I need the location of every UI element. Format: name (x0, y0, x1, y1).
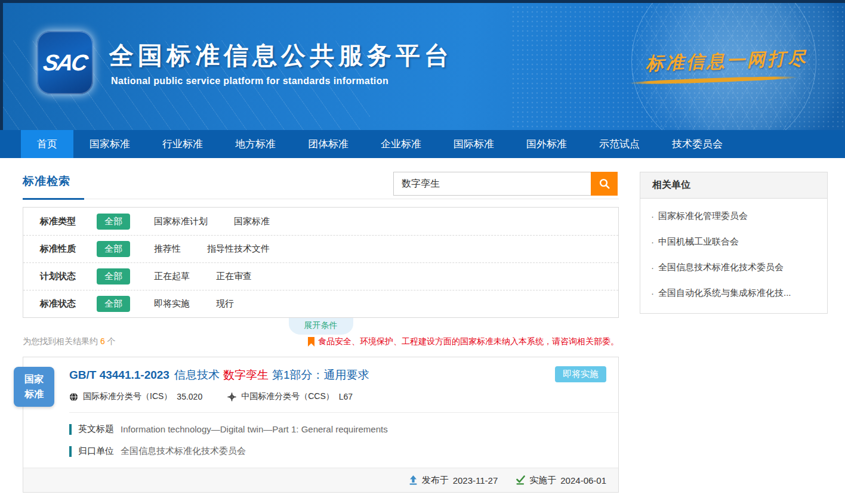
compass-icon (227, 392, 236, 401)
filter-label: 计划状态 (40, 271, 97, 282)
classification-row: 国际标准分类号（ICS） 35.020 中国标准分类号（CCS） L6 (69, 391, 606, 402)
nav-item-foreign-standards[interactable]: 国外标准 (510, 130, 583, 158)
sac-logo-text: SAC (42, 50, 89, 76)
ccs-value: L67 (339, 392, 353, 401)
filter-row-standard-status: 标准状态 全部 即将实施 现行 (23, 290, 618, 317)
card-body: GB/T 43441.1-2023信息技术数字孪生第1部分：通用要求 即将实施 … (23, 357, 618, 403)
detail-value: Information technology—Digital twin—Part… (121, 424, 388, 434)
filter-all-badge[interactable]: 全部 (97, 268, 130, 285)
sidebar-title: 相关单位 (640, 172, 827, 199)
expand-conditions-button[interactable]: 展开条件 (289, 318, 353, 335)
search-icon (599, 178, 610, 190)
main-column: 标准检索 标准类型 全部 国家标准计划 国家标准 (23, 172, 619, 493)
sidebar-item-it-standardization-committee[interactable]: 全国信息技术标准化技术委员会 (640, 255, 827, 280)
nav-item-technical-committee[interactable]: 技术委员会 (656, 130, 739, 158)
implemented-label: 实施于 (529, 475, 556, 486)
nav-item-industry-standards[interactable]: 行业标准 (146, 130, 219, 158)
filter-option[interactable]: 即将实施 (154, 298, 190, 310)
filter-row-standard-type: 标准类型 全部 国家标准计划 国家标准 (23, 208, 618, 235)
nav-item-local-standards[interactable]: 地方标准 (219, 130, 292, 158)
sidebar-list: 国家标准化管理委员会 中国机械工业联合会 全国信息技术标准化技术委员会 全国自动… (640, 199, 827, 313)
nav-item-national-standards[interactable]: 国家标准 (73, 130, 146, 158)
standard-result-card: 国家 标准 GB/T 43441.1-2023信息技术数字孪生第1部分：通用要求… (23, 357, 619, 493)
status-badge: 即将实施 (555, 366, 606, 382)
results-count-suffix: 个 (107, 336, 116, 346)
filter-all-badge[interactable]: 全部 (97, 241, 130, 257)
standard-code[interactable]: GB/T 43441.1-2023 (69, 369, 169, 381)
results-summary-row: 为您找到相关结果约6个 食品安全、环境保护、工程建设方面的国家标准未纳入本系统，… (23, 336, 619, 347)
filter-panel: 标准类型 全部 国家标准计划 国家标准 标准性质 全部 推荐性 指导性技术文件 … (23, 207, 619, 318)
notice-text: 食品安全、环境保护、工程建设方面的国家标准未纳入本系统，请咨询相关部委。 (318, 336, 619, 347)
sidebar-item-machinery-federation[interactable]: 中国机械工业联合会 (640, 229, 827, 255)
standard-title-highlight[interactable]: 数字孪生 (223, 369, 269, 381)
english-title-row: 英文标题 Information technology—Digital twin… (69, 423, 618, 435)
sac-logo: SAC (37, 31, 93, 94)
bookmark-icon (308, 337, 314, 347)
filter-option[interactable]: 推荐性 (154, 243, 181, 255)
nav-item-enterprise-standards[interactable]: 企业标准 (365, 130, 437, 158)
filter-row-standard-nature: 标准性质 全部 推荐性 指导性技术文件 (23, 235, 618, 262)
sidebar-item-sac[interactable]: 国家标准化管理委员会 (640, 203, 827, 229)
filter-option[interactable]: 现行 (216, 298, 234, 310)
filter-all-badge[interactable]: 全部 (97, 214, 130, 230)
detail-label: 归口单位 (78, 446, 114, 457)
implemented-date-item: 实施于 2024-06-01 (516, 475, 606, 486)
filter-row-plan-status: 计划状态 全部 正在起草 正在审查 (23, 262, 618, 290)
system-notice: 食品安全、环境保护、工程建设方面的国家标准未纳入本系统，请咨询相关部委。 (308, 336, 619, 347)
ccs-label: 中国标准分类号（CCS） (241, 391, 334, 402)
card-divider (69, 412, 618, 413)
content-area: 标准检索 标准类型 全部 国家标准计划 国家标准 (0, 158, 845, 493)
ccs-classification: 中国标准分类号（CCS） L67 (227, 391, 353, 402)
active-tab-underline (23, 198, 84, 200)
section-title-standard-search: 标准检索 (23, 174, 70, 189)
related-organizations-box: 相关单位 国家标准化管理委员会 中国机械工业联合会 全国信息技术标准化技术委员会… (640, 172, 828, 314)
main-nav: 首页 国家标准 行业标准 地方标准 团体标准 企业标准 国际标准 国外标准 示范… (0, 130, 845, 158)
nav-item-group-standards[interactable]: 团体标准 (292, 130, 365, 158)
standard-title-rest[interactable]: 第1部分：通用要求 (272, 369, 369, 381)
published-date-item: 发布于 2023-11-27 (409, 475, 498, 486)
publish-icon (409, 475, 418, 485)
implemented-date: 2024-06-01 (560, 475, 606, 486)
committee-row: 归口单位 全国信息技术标准化技术委员会 (69, 446, 618, 457)
results-count-prefix: 为您找到相关结果约 (23, 336, 98, 346)
ics-label: 国际标准分类号（ICS） (83, 391, 172, 402)
filter-label: 标准性质 (40, 243, 97, 255)
search-input[interactable] (393, 172, 591, 196)
detail-value: 全国信息技术标准化技术委员会 (121, 446, 246, 457)
search-button[interactable] (591, 172, 618, 196)
teal-bar-decoration (69, 424, 72, 435)
filter-option[interactable]: 正在审查 (216, 271, 252, 282)
header-left-edge (0, 0, 3, 130)
expand-conditions-wrap: 展开条件 (23, 318, 619, 333)
sidebar-item-automation-systems-committee[interactable]: 全国自动化系统与集成标准化技... (640, 280, 827, 306)
filter-label: 标准状态 (40, 298, 97, 310)
standard-title-link[interactable]: GB/T 43441.1-2023信息技术数字孪生第1部分：通用要求 (69, 367, 606, 383)
nav-item-pilot[interactable]: 示范试点 (583, 130, 656, 158)
search-bar (393, 172, 618, 196)
search-section-header: 标准检索 (23, 172, 619, 199)
site-title-english: National public service platform for sta… (111, 76, 388, 86)
detail-label: 英文标题 (78, 423, 114, 435)
standard-title-part[interactable]: 信息技术 (174, 369, 220, 381)
nav-item-international-standards[interactable]: 国际标准 (437, 130, 510, 158)
nav-item-home[interactable]: 首页 (21, 130, 73, 158)
published-label: 发布于 (422, 475, 449, 486)
card-footer: 发布于 2023-11-27 实施于 2024-06-01 (23, 468, 618, 492)
check-icon (516, 475, 525, 485)
teal-bar-decoration (69, 446, 72, 457)
filter-option[interactable]: 正在起草 (154, 271, 190, 282)
filter-label: 标准类型 (40, 216, 97, 227)
results-count: 为您找到相关结果约6个 (23, 336, 116, 347)
filter-option[interactable]: 国家标准计划 (154, 216, 208, 227)
header-top-edge (0, 0, 845, 3)
ics-value: 35.020 (177, 392, 202, 401)
filter-option[interactable]: 指导性技术文件 (207, 243, 270, 255)
site-title-chinese: 全国标准信息公共服务平台 (109, 39, 453, 72)
filter-option[interactable]: 国家标准 (234, 216, 270, 227)
sidebar: 相关单位 国家标准化管理委员会 中国机械工业联合会 全国信息技术标准化技术委员会… (640, 172, 828, 493)
results-count-number: 6 (100, 336, 105, 346)
published-date: 2023-11-27 (453, 475, 498, 486)
filter-all-badge[interactable]: 全部 (97, 296, 130, 312)
page-header: SAC 全国标准信息公共服务平台 National public service… (0, 0, 845, 130)
ics-classification: 国际标准分类号（ICS） 35.020 (69, 391, 202, 402)
